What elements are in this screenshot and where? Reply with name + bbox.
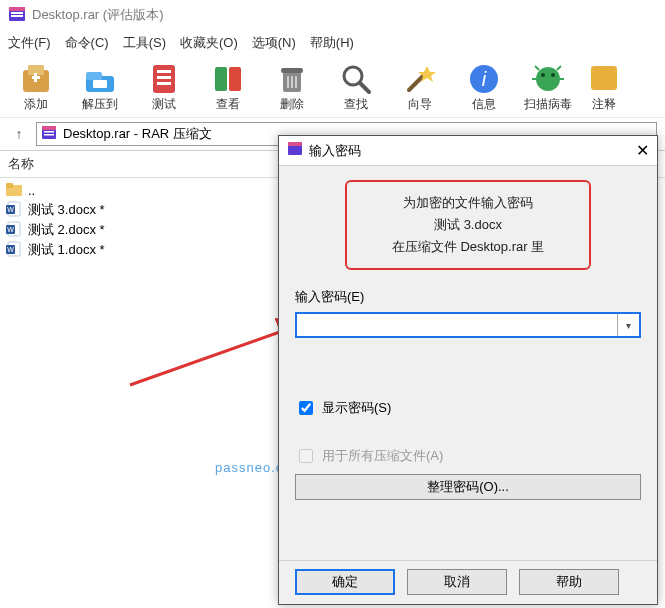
svg-rect-18: [281, 68, 303, 73]
svg-rect-16: [229, 67, 241, 91]
svg-point-28: [536, 67, 560, 91]
menu-commands[interactable]: 命令(C): [65, 34, 109, 52]
svg-rect-37: [42, 126, 56, 130]
password-input[interactable]: [297, 314, 617, 336]
password-label: 输入密码(E): [295, 288, 641, 306]
svg-rect-2: [11, 12, 23, 14]
svg-rect-12: [157, 70, 171, 73]
info-icon: i: [467, 62, 501, 96]
password-combo[interactable]: ▾: [295, 312, 641, 338]
delete-icon: [275, 62, 309, 96]
svg-text:W: W: [7, 226, 14, 233]
test-icon: [147, 62, 181, 96]
tool-scan[interactable]: 扫描病毒: [522, 60, 574, 113]
docx-icon: W: [6, 241, 22, 260]
svg-text:i: i: [482, 68, 487, 90]
find-icon: [339, 62, 373, 96]
comment-icon: [587, 62, 621, 96]
menu-tools[interactable]: 工具(S): [123, 34, 166, 52]
svg-rect-35: [591, 66, 617, 90]
dialog-titlebar[interactable]: 输入密码 ✕: [279, 136, 657, 166]
svg-rect-14: [157, 82, 171, 85]
tool-extract[interactable]: 解压到: [74, 60, 126, 113]
svg-rect-53: [288, 142, 302, 146]
ok-button[interactable]: 确定: [295, 569, 395, 595]
close-icon[interactable]: ✕: [636, 141, 649, 160]
help-button[interactable]: 帮助: [519, 569, 619, 595]
svg-rect-19: [287, 76, 289, 88]
tool-comment[interactable]: 注释: [586, 60, 622, 113]
svg-line-34: [557, 66, 561, 70]
svg-text:W: W: [7, 246, 14, 253]
organize-passwords-button[interactable]: 整理密码(O)...: [295, 474, 641, 500]
add-icon: [19, 62, 53, 96]
svg-rect-21: [295, 76, 297, 88]
dialog-title: 输入密码: [309, 142, 361, 160]
svg-rect-1: [9, 7, 25, 11]
svg-rect-15: [215, 67, 227, 91]
tool-delete[interactable]: 删除: [266, 60, 318, 113]
window-title: Desktop.rar (评估版本): [32, 6, 163, 24]
tool-find[interactable]: 查找: [330, 60, 382, 113]
svg-point-30: [551, 73, 555, 77]
svg-rect-9: [86, 72, 102, 80]
wizard-icon: [403, 62, 437, 96]
tool-test[interactable]: 测试: [138, 60, 190, 113]
up-button[interactable]: ↑: [8, 123, 30, 145]
tool-view[interactable]: 查看: [202, 60, 254, 113]
svg-point-29: [541, 73, 545, 77]
dialog-icon: [287, 141, 303, 160]
show-password-checkbox[interactable]: 显示密码(S): [295, 398, 641, 418]
tool-info[interactable]: i信息: [458, 60, 510, 113]
svg-rect-13: [157, 76, 171, 79]
svg-rect-39: [44, 134, 54, 136]
cancel-button[interactable]: 取消: [407, 569, 507, 595]
svg-rect-7: [34, 73, 37, 82]
tool-wizard[interactable]: 向导: [394, 60, 446, 113]
window-titlebar: Desktop.rar (评估版本): [0, 0, 665, 30]
svg-text:W: W: [7, 206, 14, 213]
svg-line-23: [360, 83, 369, 92]
app-icon: [8, 5, 26, 26]
menu-bar: 文件(F) 命令(C) 工具(S) 收藏夹(O) 选项(N) 帮助(H): [0, 30, 665, 56]
docx-icon: W: [6, 201, 22, 220]
view-icon: [211, 62, 245, 96]
docx-icon: W: [6, 221, 22, 240]
svg-rect-3: [11, 15, 23, 17]
tool-add[interactable]: 添加: [10, 60, 62, 113]
svg-rect-52: [288, 145, 302, 155]
svg-line-33: [535, 66, 539, 70]
message-box: 为加密的文件输入密码 测试 3.docx 在压缩文件 Desktop.rar 里: [345, 180, 591, 270]
folder-icon: [6, 182, 22, 199]
menu-file[interactable]: 文件(F): [8, 34, 51, 52]
chevron-down-icon[interactable]: ▾: [617, 314, 639, 336]
svg-rect-10: [93, 80, 107, 88]
password-dialog: 输入密码 ✕ 为加密的文件输入密码 测试 3.docx 在压缩文件 Deskto…: [278, 135, 658, 605]
menu-options[interactable]: 选项(N): [252, 34, 296, 52]
apply-all-checkbox[interactable]: 用于所有压缩文件(A): [295, 446, 641, 466]
dialog-footer: 确定 取消 帮助: [279, 560, 657, 603]
extract-icon: [83, 62, 117, 96]
scan-icon: [531, 62, 565, 96]
address-text: Desktop.rar - RAR 压缩文: [63, 125, 212, 143]
svg-rect-38: [44, 131, 54, 133]
menu-help[interactable]: 帮助(H): [310, 34, 354, 52]
archive-icon: [41, 125, 57, 144]
toolbar: 添加 解压到 测试 查看 删除 查找 向导 i信息 扫描病毒 注释: [0, 56, 665, 118]
svg-rect-41: [6, 183, 13, 188]
svg-rect-20: [291, 76, 293, 88]
menu-favorites[interactable]: 收藏夹(O): [180, 34, 238, 52]
